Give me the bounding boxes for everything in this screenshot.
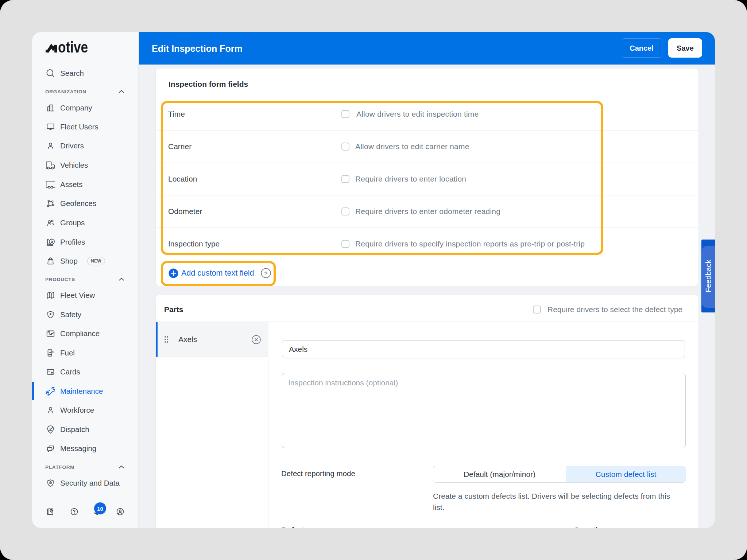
svg-text:otive: otive [58,41,88,54]
